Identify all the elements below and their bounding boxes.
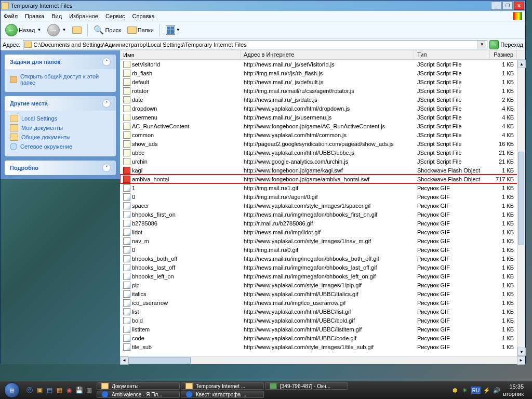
chevron-down-icon[interactable]: ▼: [477, 41, 486, 49]
file-row[interactable]: ubbchttp://www.yaplakal.com/html/UBBC/ub…: [120, 148, 525, 157]
file-icon: [123, 308, 130, 315]
taskbar-button[interactable]: Документы: [97, 382, 180, 390]
share-folder-link[interactable]: Открыть общий доступ к этой папке: [10, 72, 111, 87]
col-url[interactable]: Адрес в Интернете: [241, 50, 414, 59]
titlebar[interactable]: Temporary Internet Files _ ❐ X: [1, 1, 525, 11]
ql-ie-icon[interactable]: ⓔ: [25, 384, 34, 396]
list-body[interactable]: setVisitorIdhttp://news.mail.ru/_js/setV…: [120, 60, 525, 356]
place-my-documents[interactable]: Мои документы: [10, 123, 111, 132]
file-row[interactable]: rb_flashhttp://img.mail.ru/r/js/rb_flash…: [120, 69, 525, 77]
taskbar-button[interactable]: [349-796-487] - Окн...: [265, 382, 348, 390]
file-row[interactable]: nav_mhttp://www.yaplakal.com/style_image…: [120, 236, 525, 245]
tray-lang[interactable]: RU: [471, 387, 481, 394]
taskbar-button[interactable]: Квест: катастрофа ...: [181, 391, 264, 398]
taskbar-button[interactable]: Ambivalence - Я Пл...: [97, 391, 180, 398]
menu-edit[interactable]: Правка: [25, 13, 44, 19]
ql-desktop-icon[interactable]: ▣: [35, 384, 44, 396]
file-row[interactable]: bhbooks_first_onhttp://news.mail.ru/img/…: [120, 210, 525, 219]
taskbar-button[interactable]: Temporary Internet ...: [181, 382, 264, 390]
places-header[interactable]: Другие места ˄: [5, 96, 116, 111]
scroll-thumb[interactable]: [518, 152, 524, 245]
vertical-scrollbar[interactable]: ▲ ▼: [517, 60, 525, 356]
ql-app-icon[interactable]: ▥: [84, 384, 94, 396]
file-row[interactable]: datehttp://news.mail.ru/_js/date.jsJScri…: [120, 95, 525, 104]
file-row[interactable]: b2785086http://r.mail.ru/b2785086.gifРис…: [120, 219, 525, 228]
file-size: 1 КБ: [490, 88, 517, 94]
file-row[interactable]: tile_subhttp://www.yaplakal.com/style_im…: [120, 342, 525, 351]
menu-file[interactable]: Файл: [4, 13, 18, 19]
file-row[interactable]: bhbooks_left_onhttp://news.mail.ru/img/m…: [120, 272, 525, 281]
file-name: italics: [132, 291, 147, 297]
file-row[interactable]: piphttp://www.yaplakal.com/style_images/…: [120, 281, 525, 289]
go-button[interactable]: → Переход: [489, 40, 523, 49]
tray-network-icon[interactable]: ⚡: [483, 387, 490, 394]
close-button[interactable]: X: [514, 2, 524, 10]
horizontal-scrollbar[interactable]: ◄ ►: [120, 356, 525, 364]
clock[interactable]: 15:35 вторник: [503, 383, 526, 397]
file-row[interactable]: rotatorhttp://img.mail.ru/mail/ru/css/ag…: [120, 86, 525, 95]
file-row[interactable]: ico_userarrowhttp://news.mail.ru/img/ico…: [120, 298, 525, 307]
file-type: JScript Script File: [414, 97, 490, 103]
file-row[interactable]: ambiva_hontaihttp://www.fongeboon.jp/gam…: [120, 175, 525, 183]
scroll-up-icon[interactable]: ▲: [517, 60, 526, 68]
tasks-header[interactable]: Задачи для папок ˄: [5, 55, 116, 69]
file-row[interactable]: lidothttp://news.mail.ru/img/lidot.gifРи…: [120, 228, 525, 236]
forward-button[interactable]: → ▼: [46, 22, 68, 38]
place-local-settings[interactable]: Local Settings: [10, 114, 111, 123]
menu-favorites[interactable]: Избранное: [69, 13, 98, 19]
tray-volume-icon[interactable]: 🔊: [493, 387, 500, 394]
minimize-button[interactable]: _: [491, 2, 501, 10]
place-shared-documents[interactable]: Общие документы: [10, 132, 111, 142]
file-row[interactable]: usermenuhttp://news.mail.ru/_js/usermenu…: [120, 113, 525, 122]
tray-bug-icon[interactable]: ✳: [461, 387, 469, 394]
file-row[interactable]: kagihttp://www.fongeboon.jp/game/kagi.sw…: [120, 166, 525, 175]
file-row[interactable]: show_adshttp://pagead2.googlesyndication…: [120, 139, 525, 148]
scroll-thumb[interactable]: [128, 357, 191, 364]
file-row[interactable]: AC_RunActiveContenthttp://www.fongeboon.…: [120, 122, 525, 130]
file-row[interactable]: setVisitorIdhttp://news.mail.ru/_js/setV…: [120, 60, 525, 69]
ql-media-icon[interactable]: ◉: [64, 384, 74, 396]
file-row[interactable]: codehttp://www.yaplakal.com/html/UBBC/co…: [120, 334, 525, 342]
file-row[interactable]: italicshttp://www.yaplakal.com/html/UBBC…: [120, 289, 525, 298]
views-button[interactable]: ▼: [164, 24, 182, 36]
col-name[interactable]: Имя: [120, 50, 241, 59]
file-row[interactable]: bhbooks_last_offhttp://news.mail.ru/img/…: [120, 263, 525, 272]
scroll-down-icon[interactable]: ▼: [517, 348, 526, 356]
file-row[interactable]: bhbooks_both_offhttp://news.mail.ru/img/…: [120, 254, 525, 263]
folders-button[interactable]: Папки: [126, 25, 155, 35]
file-row[interactable]: spacerhttp://www.yaplakal.com/style_imag…: [120, 201, 525, 210]
col-size[interactable]: Размер: [490, 50, 517, 59]
scroll-right-icon[interactable]: ►: [517, 356, 525, 365]
col-type[interactable]: Тип: [414, 50, 490, 59]
back-button[interactable]: ← Назад ▼: [4, 22, 43, 38]
menubar: Файл Правка Вид Избранное Сервис Справка: [1, 11, 525, 21]
file-size: 1 КБ: [490, 291, 517, 297]
search-button[interactable]: 🔍 Поиск: [92, 23, 122, 37]
menu-view[interactable]: Вид: [51, 13, 62, 19]
start-button[interactable]: ⊞: [2, 381, 22, 399]
file-row[interactable]: urchinhttp://www.google-analytics.com/ur…: [120, 157, 525, 166]
tray-shield-icon[interactable]: ⬢: [451, 387, 459, 394]
file-row[interactable]: dropdownhttp://www.yaplakal.com/html/dro…: [120, 104, 525, 113]
address-input[interactable]: C:\Documents and Settings\Администратор\…: [23, 40, 488, 49]
file-icon: [123, 140, 130, 148]
file-row[interactable]: 0http://img.mail.ru/0.gifРисунок GIF1 КБ: [120, 245, 525, 254]
menu-tools[interactable]: Сервис: [105, 13, 125, 19]
place-network[interactable]: Сетевое окружение: [10, 142, 111, 151]
file-row[interactable]: boldhttp://www.yaplakal.com/html/UBBC/bo…: [120, 316, 525, 325]
maximize-button[interactable]: ❐: [502, 2, 513, 10]
menu-help[interactable]: Справка: [132, 13, 155, 19]
ql-doc-icon[interactable]: ▤: [45, 384, 54, 396]
file-row[interactable]: 1http://img.mail.ru/1.gifРисунок GIF1 КБ: [120, 183, 525, 192]
scroll-left-icon[interactable]: ◄: [120, 356, 128, 365]
windows-flag-icon[interactable]: [513, 12, 522, 20]
file-row[interactable]: defaulthttp://news.mail.ru/_js/default.j…: [120, 77, 525, 86]
ql-show-desktop-icon[interactable]: ▦: [55, 384, 64, 396]
file-row[interactable]: listitemhttp://www.yaplakal.com/html/UBB…: [120, 325, 525, 334]
ql-save-icon[interactable]: 💾: [74, 384, 84, 396]
up-button[interactable]: [71, 25, 83, 35]
file-row[interactable]: listhttp://www.yaplakal.com/html/UBBC/li…: [120, 307, 525, 316]
details-header[interactable]: Подробно ˅: [5, 161, 116, 175]
file-row[interactable]: 0http://img.mail.ru/r/agent/0.gifРисунок…: [120, 192, 525, 201]
file-row[interactable]: commonhttp://www.yaplakal.com/html/commo…: [120, 130, 525, 139]
